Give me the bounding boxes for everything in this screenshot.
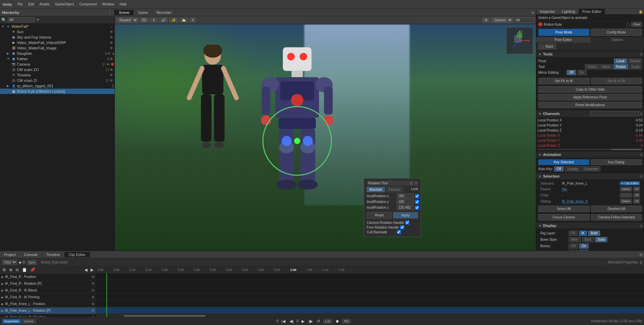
assets-menu[interactable]: Assets bbox=[37, 2, 52, 6]
copy-other-side-btn[interactable]: Copy to Other Side bbox=[538, 86, 642, 93]
free-rotation-checkbox[interactable] bbox=[400, 225, 404, 229]
prop-gear-0[interactable]: ⚙ bbox=[92, 275, 95, 279]
clip-select-dropdown[interactable]: Clip1 bbox=[2, 260, 17, 265]
bone-solid-btn[interactable]: Solid bbox=[595, 237, 607, 242]
play-btn[interactable]: ▶ bbox=[301, 319, 306, 324]
eye-icon[interactable]: 👁 bbox=[110, 57, 113, 61]
sibling-value[interactable]: IK_Pole_Knee_R bbox=[562, 200, 619, 203]
mirror-on-btn[interactable]: On bbox=[577, 70, 586, 75]
bones-on-btn[interactable]: On bbox=[579, 243, 588, 249]
clip-tab-console[interactable]: Console bbox=[20, 252, 42, 257]
bone-wire-btn[interactable]: Wire bbox=[569, 237, 581, 242]
2d-btn[interactable]: 2D bbox=[139, 18, 149, 23]
parent-value[interactable]: Hip bbox=[562, 187, 619, 191]
child-all-btn[interactable]: All bbox=[633, 193, 640, 198]
grid-btn[interactable]: # bbox=[189, 18, 196, 23]
channels-info-btn[interactable]: ℹ bbox=[641, 112, 642, 116]
lighting-btn[interactable]: ☀ bbox=[150, 18, 158, 23]
timeline-scrollbar[interactable] bbox=[96, 314, 644, 317]
update-btn[interactable]: Update bbox=[565, 166, 581, 171]
hierarchy-filter-dropdown[interactable]: ▼ bbox=[36, 18, 40, 22]
prop-gear-4[interactable]: ⚙ bbox=[92, 302, 95, 306]
next-key-btn[interactable]: |▶ bbox=[308, 319, 314, 324]
prev-key-btn[interactable]: ◀| bbox=[288, 319, 294, 324]
hierarchy-item-video1[interactable]: ▶ Video_WaterFall_VideoHDRP 👁 bbox=[0, 40, 114, 45]
clip-tab-timeline[interactable]: Timeline bbox=[42, 252, 65, 257]
inspector-tab-pose-editor[interactable]: Pose Editor bbox=[579, 9, 605, 14]
play-beginning-btn[interactable]: |◀ bbox=[280, 319, 286, 324]
auto-key-off-btn[interactable]: Off bbox=[554, 166, 563, 171]
clip-maximize-btn[interactable]: ⊕ bbox=[639, 252, 643, 257]
display-info-btn[interactable]: ℹ bbox=[641, 224, 642, 228]
hierarchy-item-robot[interactable]: 🤖 Robot Kyle [UMotion Locked] bbox=[0, 89, 114, 94]
animation-info-btn[interactable]: ℹ bbox=[641, 153, 642, 157]
tool-scale-btn[interactable]: Scale bbox=[629, 64, 642, 69]
eye-icon[interactable]: 👁 bbox=[110, 46, 113, 50]
options-subtab[interactable]: Options bbox=[590, 37, 644, 43]
camera-rotation-checkbox[interactable] bbox=[405, 220, 409, 225]
inspector-lock-btn[interactable]: 🔒 bbox=[639, 10, 643, 14]
hierarchy-item-waterfall[interactable]: ▼ ◈ WaterFall* ⋮ bbox=[0, 24, 114, 29]
key-selected-btn[interactable]: Key Selected bbox=[538, 159, 589, 165]
timeline-scrollbar-thumb[interactable] bbox=[124, 315, 206, 317]
hierarchy-item-sun[interactable]: ☀ Sun 👁 bbox=[0, 29, 114, 34]
more-btn[interactable]: ▸ bbox=[113, 52, 114, 55]
record-btn[interactable]: ⏺ bbox=[334, 319, 340, 324]
reset-modifications-btn[interactable]: Reset Modifications bbox=[538, 102, 642, 108]
rot-apply-btn[interactable]: Apply bbox=[393, 212, 418, 218]
hierarchy-item-allison[interactable]: ▶ 👤 rp_allison_rigged_001 2 bbox=[0, 83, 114, 89]
child-select-btn[interactable]: Select bbox=[620, 193, 632, 198]
eye-icon[interactable]: 👁 bbox=[110, 73, 113, 77]
file-menu[interactable]: File bbox=[15, 2, 26, 6]
cull-backside-checkbox[interactable] bbox=[397, 230, 401, 234]
eye-icon[interactable]: 👁 bbox=[107, 52, 111, 55]
tool-move-btn[interactable]: Move bbox=[600, 64, 613, 69]
prop-gear-1[interactable]: ⚙ bbox=[92, 282, 95, 285]
hierarchy-item-vcamzi[interactable]: 🎥 CM vcam ZI 1 ! 👁 bbox=[0, 78, 114, 83]
scene-settings-btn[interactable]: ⚙ bbox=[482, 18, 490, 23]
clear-btn[interactable]: Clear bbox=[631, 22, 642, 27]
settings-icon-btn[interactable]: ⚙ bbox=[1, 267, 7, 273]
help-menu[interactable]: Help bbox=[117, 2, 129, 6]
dopesheet-tab-btn[interactable]: Dopesheet bbox=[2, 319, 21, 324]
rot-z-checkbox[interactable] bbox=[415, 206, 419, 210]
animated-props-info-btn[interactable]: ℹ bbox=[640, 260, 642, 265]
parent-select-btn[interactable]: Select bbox=[620, 187, 632, 191]
scene-tab-recorder[interactable]: Recorder bbox=[152, 10, 176, 15]
audio-btn[interactable]: 🔊 bbox=[159, 18, 168, 23]
rot-x-checkbox[interactable] bbox=[415, 194, 419, 198]
clip-tab-clip-editor[interactable]: Clip Editor bbox=[65, 252, 90, 257]
relative-btn[interactable]: Relative bbox=[386, 187, 403, 192]
hierarchy-item-camera[interactable]: 📷 Camera 1 ! 👁 bbox=[0, 62, 114, 67]
select-all-btn[interactable]: Select All bbox=[538, 206, 590, 212]
pose-mode-btn[interactable]: Pose Mode bbox=[538, 29, 589, 36]
sync-btn[interactable]: Sync bbox=[27, 260, 37, 265]
focus-camera-btn[interactable]: Focus Camera bbox=[538, 214, 590, 220]
window-menu[interactable]: Window bbox=[100, 2, 117, 6]
rig-ik-btn[interactable]: IK bbox=[579, 231, 587, 236]
remove-key-btn[interactable]: ⊖ bbox=[15, 267, 20, 273]
key-dialog-btn[interactable]: Key Dialog bbox=[591, 159, 642, 165]
parent-all-btn[interactable]: All bbox=[633, 187, 640, 191]
skybox-btn[interactable]: ⛅ bbox=[179, 18, 188, 23]
inspector-tab-lighting[interactable]: Lighting bbox=[559, 9, 579, 14]
rm-btn[interactable]: RM bbox=[342, 319, 351, 324]
loop-btn[interactable]: ↺ bbox=[316, 319, 321, 324]
selection-info-btn[interactable]: ℹ bbox=[641, 175, 642, 178]
speed-btn[interactable]: 1.0x bbox=[323, 319, 332, 324]
anim-prop-5[interactable]: ▶ IK_Pole_Knee_L : Rotation [P] ⚙ bbox=[0, 307, 96, 314]
generate-btn[interactable]: Generate bbox=[582, 166, 601, 171]
anim-prop-3[interactable]: ▶ IK_Foot_R : IK Pinning ⚙ bbox=[0, 294, 96, 301]
clip-tab-project[interactable]: Project bbox=[0, 252, 20, 257]
eye-icon[interactable]: 👁 bbox=[110, 41, 113, 45]
prop-gear-5[interactable]: ⚙ bbox=[92, 309, 95, 312]
rig-fk-btn[interactable]: FK bbox=[569, 231, 578, 236]
add-key-btn[interactable]: ⊕ bbox=[8, 267, 14, 273]
inspector-tab-inspector[interactable]: Inspector bbox=[536, 9, 559, 14]
deselect-all-btn[interactable]: Deselect All bbox=[591, 206, 642, 212]
timeline-area[interactable]: 0:00 0:05 0:10 0:15 0:20 0:25 0:30 0:35 … bbox=[96, 266, 644, 317]
hierarchy-item-sky[interactable]: ▣ Sky and Fog Volume 👁 bbox=[0, 34, 114, 40]
rot-tool-menu-btn[interactable]: ☰ bbox=[410, 181, 413, 185]
next-frame-btn[interactable]: ▶ bbox=[89, 267, 95, 273]
shading-dropdown[interactable]: Shaded bbox=[116, 17, 138, 23]
